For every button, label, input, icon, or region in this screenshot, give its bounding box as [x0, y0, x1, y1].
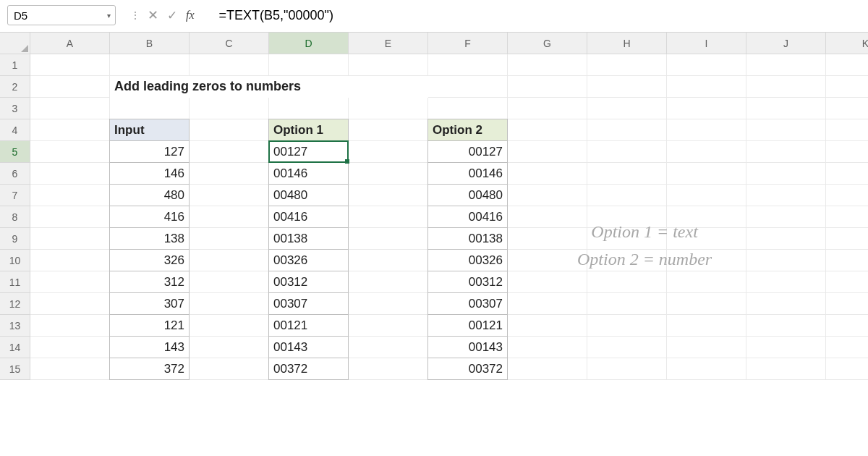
cell[interactable] — [826, 206, 868, 228]
column-header[interactable]: F — [428, 33, 508, 54]
cell[interactable]: 138 — [109, 227, 190, 250]
cell[interactable] — [746, 228, 826, 250]
row-header[interactable]: 7 — [0, 185, 30, 206]
cell[interactable] — [30, 76, 110, 98]
cell[interactable] — [269, 54, 349, 76]
row-header[interactable]: 8 — [0, 206, 30, 228]
cell[interactable] — [30, 54, 110, 76]
cell[interactable]: 00326 — [427, 249, 508, 271]
cell[interactable] — [508, 54, 587, 76]
column-header[interactable]: D — [269, 33, 349, 54]
cell[interactable] — [746, 293, 826, 315]
column-header[interactable]: I — [667, 33, 746, 54]
cell[interactable] — [826, 293, 868, 315]
cell[interactable] — [826, 76, 868, 98]
cell[interactable] — [349, 141, 428, 163]
cell[interactable] — [746, 98, 826, 119]
cell[interactable] — [667, 358, 746, 380]
cell[interactable] — [508, 250, 587, 271]
cell[interactable] — [508, 76, 587, 98]
cell[interactable] — [508, 315, 587, 337]
cell[interactable] — [826, 163, 868, 185]
cell[interactable] — [508, 206, 587, 228]
name-box-input[interactable] — [14, 9, 86, 22]
cell[interactable] — [587, 185, 667, 206]
cell[interactable] — [587, 54, 667, 76]
cell[interactable] — [587, 358, 667, 380]
cell[interactable] — [746, 76, 826, 98]
insert-function-button[interactable]: fx — [186, 9, 195, 22]
cell[interactable]: 121 — [109, 314, 190, 337]
column-header[interactable]: A — [30, 33, 110, 54]
cell[interactable] — [190, 228, 269, 250]
cell[interactable] — [826, 228, 868, 250]
cell[interactable] — [30, 141, 110, 163]
cell[interactable] — [349, 250, 428, 271]
column-header[interactable]: B — [110, 33, 190, 54]
cell[interactable]: 00372 — [427, 358, 508, 380]
cell[interactable] — [746, 358, 826, 380]
cell[interactable] — [746, 185, 826, 206]
cell[interactable]: 00146 — [427, 162, 508, 185]
cell[interactable]: 00138 — [427, 227, 508, 250]
column-header[interactable]: J — [746, 33, 826, 54]
cell[interactable] — [826, 250, 868, 271]
row-header[interactable]: 11 — [0, 271, 30, 293]
cell[interactable] — [667, 119, 746, 141]
cell[interactable] — [587, 163, 667, 185]
cell[interactable]: Add leading zeros to numbers — [110, 76, 190, 98]
cell[interactable] — [30, 206, 110, 228]
cell[interactable] — [190, 250, 269, 271]
cell[interactable] — [508, 337, 587, 358]
cell[interactable] — [667, 141, 746, 163]
drag-handle-icon[interactable]: ⋮ — [130, 9, 139, 21]
cell[interactable] — [349, 228, 428, 250]
cell[interactable]: 00372 — [268, 358, 349, 380]
cell[interactable] — [508, 293, 587, 315]
cell[interactable] — [746, 250, 826, 271]
cell[interactable] — [110, 98, 190, 119]
cell[interactable] — [190, 358, 269, 380]
cell[interactable] — [508, 271, 587, 293]
cell[interactable]: 00326 — [268, 249, 349, 271]
cell[interactable] — [30, 185, 110, 206]
cell[interactable] — [826, 119, 868, 141]
cell[interactable] — [190, 271, 269, 293]
cell[interactable]: 00121 — [268, 314, 349, 337]
cell[interactable]: Input — [109, 119, 190, 141]
cell[interactable]: 00312 — [268, 271, 349, 293]
cell[interactable]: 00480 — [268, 184, 349, 206]
cell[interactable]: 326 — [109, 249, 190, 271]
cell[interactable]: 312 — [109, 271, 190, 293]
spreadsheet-grid[interactable]: ABCDEFGHIJK12Add leading zeros to number… — [0, 33, 868, 456]
column-header[interactable]: H — [587, 33, 667, 54]
cell[interactable] — [587, 98, 667, 119]
cell[interactable] — [667, 337, 746, 358]
cell[interactable] — [826, 337, 868, 358]
cell[interactable] — [30, 98, 110, 119]
cell[interactable] — [190, 54, 269, 76]
row-header[interactable]: 6 — [0, 163, 30, 185]
cell[interactable] — [746, 54, 826, 76]
cell[interactable] — [190, 315, 269, 337]
cell[interactable] — [349, 185, 428, 206]
row-header[interactable]: 10 — [0, 250, 30, 271]
cell[interactable] — [508, 141, 587, 163]
cell[interactable] — [508, 228, 587, 250]
cell[interactable] — [30, 163, 110, 185]
chevron-down-icon[interactable]: ▾ — [107, 12, 111, 20]
cell[interactable] — [508, 163, 587, 185]
cell[interactable] — [667, 76, 746, 98]
cell[interactable] — [349, 358, 428, 380]
cell[interactable] — [190, 293, 269, 315]
row-header[interactable]: 9 — [0, 228, 30, 250]
cell[interactable] — [667, 163, 746, 185]
column-header[interactable]: E — [349, 33, 428, 54]
cell[interactable]: 307 — [109, 292, 190, 315]
cell[interactable] — [349, 54, 428, 76]
cell[interactable] — [190, 98, 269, 119]
cell[interactable] — [746, 141, 826, 163]
cell[interactable] — [826, 358, 868, 380]
cell[interactable] — [826, 185, 868, 206]
cell[interactable] — [508, 185, 587, 206]
